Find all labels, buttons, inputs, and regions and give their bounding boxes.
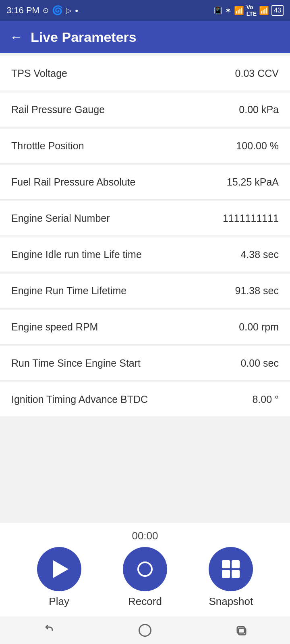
nav-home-button[interactable] <box>135 620 155 640</box>
param-value: 4.38 sec <box>240 249 279 260</box>
nav-recent-icon <box>234 623 249 638</box>
dot-icon: ● <box>75 7 78 14</box>
snapshot-label: Snapshot <box>209 595 253 608</box>
wifi-signal-icon: 📶 <box>234 6 244 15</box>
param-name: Engine Idle run time Life time <box>11 249 142 260</box>
param-value: 0.03 CCV <box>235 68 279 79</box>
param-name: Engine Run Time Lifetime <box>11 285 126 297</box>
param-name: Fuel Rail Pressure Absolute <box>11 176 135 188</box>
table-row: Ignition Timing Advance BTDC8.00 ° <box>0 382 290 417</box>
param-value: 0.00 kPa <box>239 104 279 116</box>
table-row: Fuel Rail Pressure Absolute15.25 kPaA <box>0 165 290 200</box>
controls-row: Play Record Snapshot <box>0 547 290 608</box>
record-button[interactable] <box>123 547 167 591</box>
media-icon: ▷ <box>66 6 72 15</box>
content-area: TPS Voltage0.03 CCVRail Pressure Gauge0.… <box>0 53 290 523</box>
play-label: Play <box>49 595 69 608</box>
snapshot-control[interactable]: Snapshot <box>209 547 253 608</box>
play-button[interactable] <box>37 547 81 591</box>
param-name: Engine Serial Number <box>11 213 110 224</box>
param-value: 0.00 rpm <box>239 321 279 333</box>
record-icon <box>137 561 153 577</box>
param-value: 1111111111 <box>223 213 279 224</box>
table-row: TPS Voltage0.03 CCV <box>0 56 290 91</box>
snapshot-button[interactable] <box>209 547 253 591</box>
signal-icon: 📶 <box>259 6 269 15</box>
time-display: 3:16 PM <box>6 5 39 16</box>
param-name: TPS Voltage <box>11 68 67 79</box>
param-value: 8.00 ° <box>252 394 279 405</box>
param-value: 0.00 sec <box>240 357 279 369</box>
lte-icon: VoLTE <box>246 4 257 17</box>
table-row: Rail Pressure Gauge0.00 kPa <box>0 93 290 127</box>
record-dot-icon: ⊙ <box>43 6 49 15</box>
back-button[interactable]: ← <box>10 30 23 45</box>
param-name: Rail Pressure Gauge <box>11 104 105 116</box>
battery-icon: 43 <box>271 5 284 16</box>
param-name: Throttle Position <box>11 140 84 152</box>
table-row: Engine Run Time Lifetime91.38 sec <box>0 274 290 308</box>
table-row: Run Time Since Engine Start0.00 sec <box>0 346 290 381</box>
param-name: Engine speed RPM <box>11 321 98 333</box>
snapshot-icon <box>222 560 240 578</box>
nav-recent-button[interactable] <box>232 620 252 640</box>
nav-back-button[interactable] <box>38 620 58 640</box>
bluetooth-icon: ✶ <box>225 6 232 15</box>
table-row: Engine Serial Number1111111111 <box>0 201 290 236</box>
wifi-icon: 🌀 <box>52 5 63 16</box>
status-bar: 3:16 PM ⊙ 🌀 ▷ ● 📳 ✶ 📶 VoLTE 📶 43 <box>0 0 290 21</box>
nav-back-icon <box>41 623 56 638</box>
param-name: Run Time Since Engine Start <box>11 357 141 369</box>
timer-display: 00:00 <box>132 530 158 542</box>
table-row: Engine Idle run time Life time4.38 sec <box>0 237 290 272</box>
param-value: 100.00 % <box>236 140 279 152</box>
status-bar-left: 3:16 PM ⊙ 🌀 ▷ ● <box>6 5 78 16</box>
play-icon <box>53 560 68 578</box>
play-control[interactable]: Play <box>37 547 81 608</box>
param-value: 15.25 kPaA <box>227 176 279 188</box>
record-control[interactable]: Record <box>123 547 167 608</box>
bottom-controls: 00:00 Play Record Snapshot <box>0 523 290 616</box>
nav-home-icon <box>139 624 151 637</box>
table-row: Throttle Position100.00 % <box>0 129 290 163</box>
param-value: 91.38 sec <box>235 285 279 297</box>
param-name: Ignition Timing Advance BTDC <box>11 394 148 405</box>
status-bar-right: 📳 ✶ 📶 VoLTE 📶 43 <box>213 4 284 17</box>
page-title: Live Parameters <box>31 29 137 45</box>
record-label: Record <box>128 595 162 608</box>
nav-bar <box>0 616 290 644</box>
table-row: Engine speed RPM0.00 rpm <box>0 310 290 345</box>
app-header: ← Live Parameters <box>0 21 290 53</box>
vibrate-icon: 📳 <box>213 6 222 15</box>
